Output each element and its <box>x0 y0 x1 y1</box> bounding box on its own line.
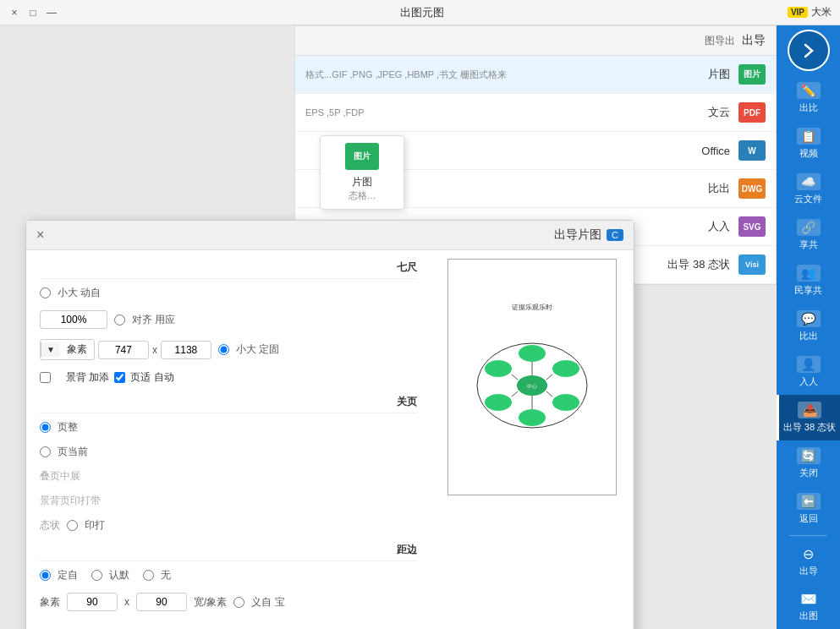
svg-point-9 <box>552 394 579 411</box>
dimension-inputs: x 象素 ▼ <box>40 339 211 360</box>
svg-point-6 <box>485 360 512 377</box>
size-section-title: 七尺 <box>40 260 417 279</box>
all-pages-radio[interactable] <box>40 422 51 433</box>
image-card-icon: 图片 <box>345 143 379 170</box>
sidebar-item-history[interactable]: 🔄 关闭 <box>777 440 840 486</box>
close-button[interactable]: × <box>8 7 20 19</box>
margin-custom-label: 定自 <box>58 568 78 583</box>
image-export-icon: 图片 <box>738 64 766 85</box>
fixed-size-label: 小大 定固 <box>236 342 279 357</box>
margin-height-input[interactable] <box>67 593 118 611</box>
export-panel-header: 出导 图导出 <box>295 26 776 56</box>
history-label: 关闭 <box>799 467 818 479</box>
sidebar-item-comment[interactable]: 💬 比出 <box>777 304 840 349</box>
unit-select[interactable]: 象素 ▼ <box>40 339 95 360</box>
curr-page-radio[interactable] <box>40 446 51 457</box>
sidebar-item-export[interactable]: 📤 出导 38 态状 <box>777 395 840 440</box>
svg-text:中心: 中心 <box>527 383 537 389</box>
window-controls[interactable]: × □ — <box>8 7 58 19</box>
export-option-image[interactable]: 图片 片图 格式...GIF ,PNG ,JPEG ,HBMP ,书文 栅图式格… <box>295 56 776 94</box>
office-export-icon: W <box>738 140 766 161</box>
unit-text: 象素 <box>60 340 94 359</box>
maximize-button[interactable]: □ <box>27 7 39 19</box>
comment-label: 比出 <box>799 330 818 342</box>
visio-export-icon: Visi <box>738 254 766 275</box>
margin-default-label: 认默 <box>109 568 129 583</box>
fit-page-label: 页适 自动 <box>130 370 173 385</box>
export-bottom-icon: ⊖ <box>803 546 814 562</box>
export-icon: 📤 <box>798 402 821 418</box>
custom-margin-radio[interactable] <box>40 570 51 581</box>
export-subtitle: 图导出 <box>705 34 735 48</box>
sidebar-item-cloud[interactable]: ☁️ 云文件 <box>777 167 840 212</box>
svg-line-15 <box>546 391 552 397</box>
print-options-row: 叠页中展 <box>40 469 417 484</box>
height-input[interactable] <box>98 341 149 359</box>
all-pages-row: 页整 <box>40 420 417 435</box>
export-option-pdf[interactable]: PDF 文云 EPS ,5P ,FDP <box>295 94 776 132</box>
print-radio[interactable] <box>67 520 78 531</box>
margin-width-input[interactable] <box>136 593 187 611</box>
width-input[interactable] <box>161 341 211 359</box>
margin-values-row: 义自 宝 宽/象素 x 象素 <box>40 593 417 611</box>
image-card-sublabel: …态格 <box>327 189 397 202</box>
user-info: VIP 大米 <box>788 5 832 19</box>
sidebar-top-arrow-button[interactable] <box>788 30 830 71</box>
curr-page-row: 页当前 <box>40 445 417 459</box>
svg-point-8 <box>485 394 512 411</box>
sidebar-item-export-bottom[interactable]: ⊖ 出导 <box>777 539 840 584</box>
vip-badge: VIP <box>788 7 808 18</box>
sidebar-item-share[interactable]: 🔗 享共 <box>777 212 840 258</box>
dwg-export-icon: DWG <box>738 178 766 199</box>
margin-custom-val-label: 义自 宝 <box>251 595 284 610</box>
edit-icon: ✏️ <box>797 82 821 99</box>
pdf-export-icon: PDF <box>738 102 766 123</box>
sidebar-item-back[interactable]: ⬅️ 返回 <box>777 486 840 532</box>
margin-unit: 象素 <box>40 595 60 610</box>
dialog-close-button[interactable]: × <box>36 227 44 243</box>
minimize-button[interactable]: — <box>46 7 58 19</box>
fit-page-checkbox[interactable] <box>114 372 125 383</box>
no-margin-radio[interactable] <box>143 570 154 581</box>
person-icon: 👤 <box>797 356 821 373</box>
margin-val-radio[interactable] <box>233 597 244 608</box>
email-label: 出图 <box>799 610 818 622</box>
sidebar-item-edit[interactable]: ✏️ 出比 <box>777 75 840 121</box>
preview-diagram: 证据乐观乐时 中心 <box>448 260 616 495</box>
print-state-text: 态状 <box>40 518 60 533</box>
auto-size-radio[interactable] <box>40 287 51 298</box>
app-title: 出图元图 <box>400 5 444 20</box>
expand-pages-label: 叠页中展 <box>40 469 80 484</box>
default-margin-radio[interactable] <box>91 570 102 581</box>
curr-page-label: 页当前 <box>58 445 88 459</box>
image-card-label: 片图 <box>327 175 397 189</box>
unit-arrow[interactable]: ▼ <box>41 342 60 357</box>
add-bg-checkbox[interactable] <box>40 372 51 383</box>
add-bg-label: 景背 加添 <box>66 370 109 385</box>
align-row: 对齐 用应 <box>40 310 417 329</box>
print-bg-label: 景背页印打带 <box>40 494 101 508</box>
email-icon: ✉️ <box>800 591 817 607</box>
align-radio[interactable] <box>114 314 125 325</box>
all-pages-label: 页整 <box>58 420 78 435</box>
dialog-header: C 出导片图 × <box>26 221 634 250</box>
back-icon: ⬅️ <box>797 493 821 510</box>
sidebar-item-view[interactable]: 📋 视频 <box>777 121 840 167</box>
zoom-input[interactable] <box>40 310 107 329</box>
sidebar-item-team[interactable]: 👥 民享共 <box>777 258 840 304</box>
export-bottom-label: 出导 <box>799 565 818 577</box>
pdf-export-label: 文云 <box>373 105 731 120</box>
image-type-card[interactable]: 图片 片图 …态格 <box>320 135 404 210</box>
dialog-icon: C <box>607 229 623 241</box>
svg-line-12 <box>512 375 518 380</box>
dialog-title: C 出导片图 <box>554 227 623 243</box>
fixed-size-radio[interactable] <box>218 344 229 355</box>
sidebar-item-person[interactable]: 👤 入人 <box>777 349 840 395</box>
share-label: 享共 <box>799 238 818 251</box>
pages-section-title: 关页 <box>40 395 417 413</box>
export-label: 出导 38 态状 <box>783 421 836 434</box>
cloud-icon: ☁️ <box>797 173 821 190</box>
image-formats: 格式...GIF ,PNG ,JPEG ,HBMP ,书文 栅图式格来 <box>305 68 507 81</box>
margin-width-label: 宽/象素 <box>194 595 227 610</box>
sidebar-item-email[interactable]: ✉️ 出图 <box>777 584 840 629</box>
